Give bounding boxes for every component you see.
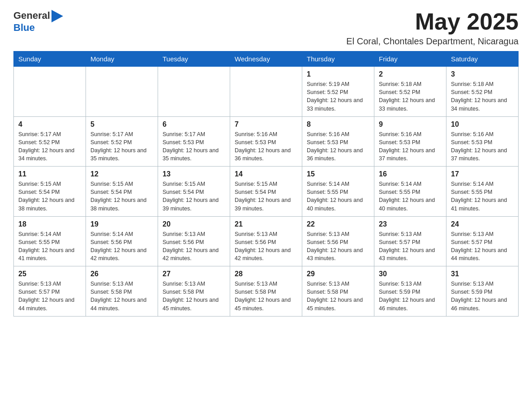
calendar-cell: 9Sunrise: 5:16 AM Sunset: 5:53 PM Daylig… xyxy=(374,116,446,167)
day-number: 19 xyxy=(90,220,153,228)
calendar-cell: 29Sunrise: 5:13 AM Sunset: 5:58 PM Dayli… xyxy=(302,266,374,317)
weekday-header-row: SundayMondayTuesdayWednesdayThursdayFrid… xyxy=(14,51,519,67)
day-number: 11 xyxy=(18,170,81,178)
calendar-cell: 27Sunrise: 5:13 AM Sunset: 5:58 PM Dayli… xyxy=(158,266,230,317)
day-number: 26 xyxy=(90,270,153,278)
calendar-cell: 18Sunrise: 5:14 AM Sunset: 5:55 PM Dayli… xyxy=(14,216,86,266)
day-info: Sunrise: 5:14 AM Sunset: 5:56 PM Dayligh… xyxy=(90,230,153,263)
day-number: 9 xyxy=(379,120,442,128)
day-info: Sunrise: 5:15 AM Sunset: 5:54 PM Dayligh… xyxy=(235,180,297,213)
calendar-cell: 26Sunrise: 5:13 AM Sunset: 5:58 PM Dayli… xyxy=(86,266,158,317)
day-info: Sunrise: 5:17 AM Sunset: 5:53 PM Dayligh… xyxy=(163,130,225,163)
weekday-header-tuesday: Tuesday xyxy=(158,51,230,67)
day-number: 5 xyxy=(90,120,153,128)
day-number: 28 xyxy=(235,270,297,278)
day-info: Sunrise: 5:16 AM Sunset: 5:53 PM Dayligh… xyxy=(451,130,514,163)
title-section: May 2025 El Coral, Chontales Department,… xyxy=(346,9,519,47)
weekday-header-thursday: Thursday xyxy=(302,51,374,67)
day-info: Sunrise: 5:13 AM Sunset: 5:59 PM Dayligh… xyxy=(451,280,514,313)
day-info: Sunrise: 5:14 AM Sunset: 5:55 PM Dayligh… xyxy=(18,230,81,263)
day-number: 20 xyxy=(163,220,225,228)
day-number: 18 xyxy=(18,220,81,228)
day-info: Sunrise: 5:17 AM Sunset: 5:52 PM Dayligh… xyxy=(18,130,81,163)
page-header: General Blue May 2025 El Coral, Chontale… xyxy=(13,9,519,47)
calendar-cell: 23Sunrise: 5:13 AM Sunset: 5:57 PM Dayli… xyxy=(374,216,446,266)
day-info: Sunrise: 5:13 AM Sunset: 5:57 PM Dayligh… xyxy=(379,230,442,263)
day-number: 8 xyxy=(307,120,369,128)
day-number: 16 xyxy=(379,170,442,178)
calendar-cell: 28Sunrise: 5:13 AM Sunset: 5:58 PM Dayli… xyxy=(230,266,302,317)
day-number: 12 xyxy=(90,170,153,178)
day-info: Sunrise: 5:15 AM Sunset: 5:54 PM Dayligh… xyxy=(163,180,225,213)
calendar-cell: 13Sunrise: 5:15 AM Sunset: 5:54 PM Dayli… xyxy=(158,167,230,217)
logo-general-text: General xyxy=(13,10,50,21)
calendar-cell: 15Sunrise: 5:14 AM Sunset: 5:55 PM Dayli… xyxy=(302,167,374,217)
calendar-cell: 19Sunrise: 5:14 AM Sunset: 5:56 PM Dayli… xyxy=(86,216,158,266)
week-row-3: 11Sunrise: 5:15 AM Sunset: 5:54 PM Dayli… xyxy=(14,167,519,217)
weekday-header-saturday: Saturday xyxy=(446,51,519,67)
day-number: 27 xyxy=(163,270,225,278)
day-info: Sunrise: 5:13 AM Sunset: 5:56 PM Dayligh… xyxy=(163,230,225,263)
day-number: 2 xyxy=(379,70,442,78)
day-number: 21 xyxy=(235,220,297,228)
day-info: Sunrise: 5:14 AM Sunset: 5:55 PM Dayligh… xyxy=(307,180,369,213)
calendar-cell: 31Sunrise: 5:13 AM Sunset: 5:59 PM Dayli… xyxy=(446,266,519,317)
svg-marker-0 xyxy=(51,10,63,22)
calendar-cell: 14Sunrise: 5:15 AM Sunset: 5:54 PM Dayli… xyxy=(230,167,302,217)
day-info: Sunrise: 5:16 AM Sunset: 5:53 PM Dayligh… xyxy=(235,130,297,163)
day-info: Sunrise: 5:13 AM Sunset: 5:56 PM Dayligh… xyxy=(307,230,369,263)
day-info: Sunrise: 5:18 AM Sunset: 5:52 PM Dayligh… xyxy=(451,80,514,113)
weekday-header-friday: Friday xyxy=(374,51,446,67)
day-number: 29 xyxy=(307,270,369,278)
calendar-cell: 20Sunrise: 5:13 AM Sunset: 5:56 PM Dayli… xyxy=(158,216,230,266)
calendar-cell xyxy=(230,67,302,117)
day-info: Sunrise: 5:19 AM Sunset: 5:52 PM Dayligh… xyxy=(307,80,369,113)
calendar-cell: 8Sunrise: 5:16 AM Sunset: 5:53 PM Daylig… xyxy=(302,116,374,167)
calendar-cell: 7Sunrise: 5:16 AM Sunset: 5:53 PM Daylig… xyxy=(230,116,302,167)
day-number: 10 xyxy=(451,120,514,128)
calendar-cell: 17Sunrise: 5:14 AM Sunset: 5:55 PM Dayli… xyxy=(446,167,519,217)
day-number: 25 xyxy=(18,270,81,278)
day-number: 15 xyxy=(307,170,369,178)
day-info: Sunrise: 5:13 AM Sunset: 5:57 PM Dayligh… xyxy=(18,280,81,313)
weekday-header-wednesday: Wednesday xyxy=(230,51,302,67)
location-subtitle: El Coral, Chontales Department, Nicaragu… xyxy=(346,36,519,47)
calendar-cell xyxy=(14,67,86,117)
day-number: 23 xyxy=(379,220,442,228)
week-row-1: 1Sunrise: 5:19 AM Sunset: 5:52 PM Daylig… xyxy=(14,67,519,117)
day-number: 17 xyxy=(451,170,514,178)
day-number: 1 xyxy=(307,70,369,78)
day-info: Sunrise: 5:16 AM Sunset: 5:53 PM Dayligh… xyxy=(379,130,442,163)
calendar-cell: 4Sunrise: 5:17 AM Sunset: 5:52 PM Daylig… xyxy=(14,116,86,167)
logo-blue-text: Blue xyxy=(13,22,63,33)
day-info: Sunrise: 5:13 AM Sunset: 5:58 PM Dayligh… xyxy=(90,280,153,313)
calendar-cell: 30Sunrise: 5:13 AM Sunset: 5:59 PM Dayli… xyxy=(374,266,446,317)
calendar-cell: 10Sunrise: 5:16 AM Sunset: 5:53 PM Dayli… xyxy=(446,116,519,167)
calendar-cell: 16Sunrise: 5:14 AM Sunset: 5:55 PM Dayli… xyxy=(374,167,446,217)
day-number: 6 xyxy=(163,120,225,128)
logo: General Blue xyxy=(13,9,63,33)
week-row-4: 18Sunrise: 5:14 AM Sunset: 5:55 PM Dayli… xyxy=(14,216,519,266)
calendar-cell: 21Sunrise: 5:13 AM Sunset: 5:56 PM Dayli… xyxy=(230,216,302,266)
calendar-table: SundayMondayTuesdayWednesdayThursdayFrid… xyxy=(13,51,519,317)
day-info: Sunrise: 5:13 AM Sunset: 5:57 PM Dayligh… xyxy=(451,230,514,263)
day-number: 30 xyxy=(379,270,442,278)
weekday-header-monday: Monday xyxy=(86,51,158,67)
day-number: 24 xyxy=(451,220,514,228)
day-number: 7 xyxy=(235,120,297,128)
day-info: Sunrise: 5:13 AM Sunset: 5:58 PM Dayligh… xyxy=(307,280,369,313)
day-number: 13 xyxy=(163,170,225,178)
month-title: May 2025 xyxy=(346,9,519,34)
day-info: Sunrise: 5:13 AM Sunset: 5:58 PM Dayligh… xyxy=(163,280,225,313)
calendar-cell: 1Sunrise: 5:19 AM Sunset: 5:52 PM Daylig… xyxy=(302,67,374,117)
week-row-5: 25Sunrise: 5:13 AM Sunset: 5:57 PM Dayli… xyxy=(14,266,519,317)
day-info: Sunrise: 5:15 AM Sunset: 5:54 PM Dayligh… xyxy=(90,180,153,213)
day-info: Sunrise: 5:15 AM Sunset: 5:54 PM Dayligh… xyxy=(18,180,81,213)
calendar-cell: 25Sunrise: 5:13 AM Sunset: 5:57 PM Dayli… xyxy=(14,266,86,317)
day-info: Sunrise: 5:13 AM Sunset: 5:56 PM Dayligh… xyxy=(235,230,297,263)
day-number: 3 xyxy=(451,70,514,78)
calendar-cell: 12Sunrise: 5:15 AM Sunset: 5:54 PM Dayli… xyxy=(86,167,158,217)
day-number: 4 xyxy=(18,120,81,128)
weekday-header-sunday: Sunday xyxy=(14,51,86,67)
day-info: Sunrise: 5:17 AM Sunset: 5:52 PM Dayligh… xyxy=(90,130,153,163)
